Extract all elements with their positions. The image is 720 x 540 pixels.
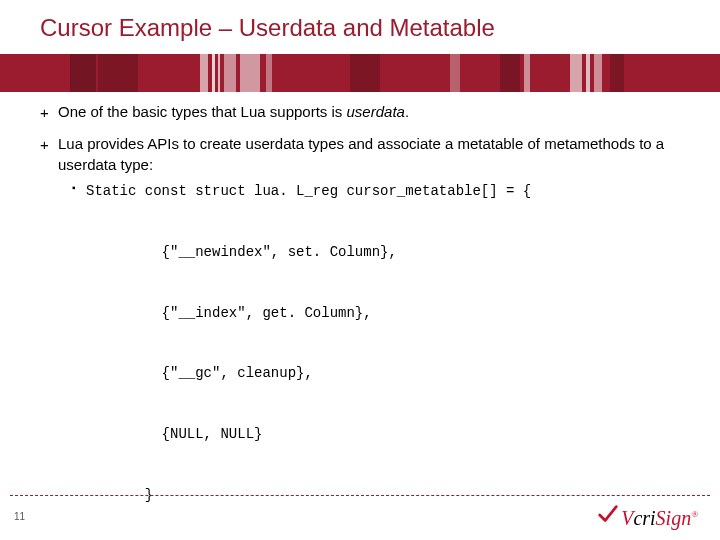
code-block: {"__newindex", set. Column}, {"__index",… [86,201,690,540]
bar-marks [0,54,720,92]
plus-icon: + [40,103,49,123]
code-line: {"__gc", cleanup}, [86,363,690,383]
content-area: + One of the basic types that Lua suppor… [0,92,720,540]
bullet-text: Lua provides APIs to create userdata typ… [58,135,664,172]
page-number: 11 [14,511,25,522]
title-area: Cursor Example – Userdata and Metatable [0,0,720,48]
code-line: {"__index", get. Column}, [86,303,690,323]
decorative-bar [0,54,720,92]
checkmark-icon [597,503,619,525]
slide: Cursor Example – Userdata and Metatable … [0,0,720,540]
verisign-logo: VcriSign® [597,503,698,530]
code-line: {NULL, NULL} [86,424,690,444]
bullet-text: One of the basic types that Lua supports… [58,103,347,120]
page-title: Cursor Example – Userdata and Metatable [40,14,720,42]
bullet-emphasis: userdata [347,103,405,120]
code-line: {"__newindex", set. Column}, [86,242,690,262]
code-line: Static const struct lua. L_reg cursor_me… [72,181,690,201]
logo-text: VcriSign® [621,507,698,530]
footer-divider [10,495,710,496]
bullet-list: + One of the basic types that Lua suppor… [40,102,690,540]
bullet-item: + Lua provides APIs to create userdata t… [40,134,690,540]
plus-icon: + [40,135,49,155]
bullet-item: + One of the basic types that Lua suppor… [40,102,690,122]
code-list: Static const struct lua. L_reg cursor_me… [72,181,690,201]
bullet-text-tail: . [405,103,409,120]
